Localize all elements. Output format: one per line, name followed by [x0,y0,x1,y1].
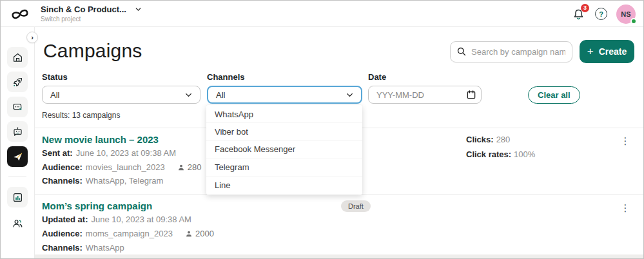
create-button-label: Create [599,46,627,57]
sidebar-item-rocket[interactable] [7,72,28,92]
notification-count-badge: 3 [581,4,589,12]
date-filter-label: Date [368,72,386,82]
row-menu-button[interactable]: ⋮ [618,201,632,215]
contacts-icon [12,217,24,229]
sent-at-label: Sent at: [42,148,73,158]
audience-value: moms_campaign_2023 [86,229,173,238]
page-title: Campaigns [43,40,142,62]
plus-icon: + [587,46,594,57]
campaigns-icon [12,151,24,163]
app-window: Sinch & Co Product... Switch project 3 ?… [0,0,644,259]
kebab-icon: ⋮ [621,202,630,214]
sidebar-item-home[interactable] [7,47,28,68]
updated-at-label: Updated at: [42,215,88,224]
status-badge: Draft [341,200,371,212]
channel-option-telegram[interactable]: Telegram [206,158,362,176]
status-filter-label: Status [42,72,68,82]
audience-label: Audience: [42,229,83,238]
sidebar-item-campaigns[interactable] [7,146,28,167]
sidebar-item-analytics[interactable] [7,187,28,207]
sidebar-expand-button[interactable]: › [26,32,38,43]
sidebar-item-chatbot[interactable] [7,121,28,142]
results-summary: Results: 13 campaigns [42,111,120,120]
kebab-icon: ⋮ [621,135,630,147]
channels-label: Channels: [42,176,83,186]
campaign-title-link[interactable]: Mom’s spring campaign [42,200,152,211]
channel-option-whatsapp[interactable]: WhatsApp [206,106,362,123]
question-mark-glyph: ? [599,10,603,18]
topbar: Sinch & Co Product... Switch project 3 ?… [1,1,643,27]
clear-all-button[interactable]: Clear all [528,86,580,104]
status-select-value: All [50,90,59,100]
audience-value: movies_launch_2023 [86,162,165,172]
updated-at-value: June 10, 2023 at 09:38 AM [92,215,191,224]
project-name: Sinch & Co Product... [41,5,126,14]
sidebar: › [1,27,35,258]
clicks-label: Clicks: [466,135,494,144]
channels-select-value: All [216,90,225,100]
campaign-search [450,41,572,62]
channel-option-facebook-messenger[interactable]: Facebook Messenger [206,141,362,158]
search-input[interactable] [450,41,572,62]
click-rates-label: Click rates: [466,149,511,159]
notifications-button[interactable]: 3 [572,7,586,21]
create-button[interactable]: + Create [580,40,634,63]
avatar-initials: NS [621,10,630,18]
help-button[interactable]: ? [595,8,607,20]
channels-label: Channels: [42,243,83,253]
home-icon [12,52,24,64]
conversations-icon [12,101,24,113]
channel-option-line[interactable]: Line [206,177,362,194]
switch-project-label: Switch project [41,15,142,23]
clicks-value: 280 [496,135,511,144]
sidebar-divider [8,177,26,177]
sidebar-item-conversations[interactable] [7,97,28,117]
sinch-logo-icon [8,6,32,22]
channels-value: WhatsApp [86,243,124,253]
chevron-down-icon [134,5,142,14]
main-content: Campaigns + Create Status All Channels A… [35,27,643,258]
chatbot-icon [12,126,24,138]
project-switcher[interactable]: Sinch & Co Product... Switch project [41,5,142,23]
person-icon [185,230,193,238]
channels-select[interactable]: All [207,86,362,104]
audience-count: 280 [188,162,202,172]
channels-value: WhatsApp, Telegram [86,176,163,186]
audience-label: Audience: [42,162,83,172]
rocket-icon [12,76,24,88]
online-status-dot [630,18,637,24]
campaign-title-link[interactable]: New movie launch – 2023 [42,134,159,145]
person-icon [177,164,185,171]
expand-chevron-glyph: › [31,34,34,41]
sinch-logo-glyph [9,6,31,22]
clear-all-label: Clear all [538,90,571,100]
next-row-divider [35,254,643,259]
user-avatar[interactable]: NS [616,5,636,24]
channels-dropdown: WhatsApp Viber bot Facebook Messenger Te… [206,105,362,195]
channel-option-viber-bot[interactable]: Viber bot [206,123,362,140]
chevron-down-icon [345,90,355,100]
chevron-down-icon [184,90,193,100]
search-icon [456,46,467,57]
calendar-icon[interactable] [465,89,477,101]
status-select[interactable]: All [42,86,200,104]
date-filter [368,86,482,104]
row-menu-button[interactable]: ⋮ [618,134,632,148]
audience-count: 2000 [195,229,214,238]
click-rates-value: 100% [514,149,535,159]
sidebar-item-contacts[interactable] [7,213,28,233]
sent-at-value: June 10, 2023 at 09:38 AM [76,148,176,158]
channels-filter-label: Channels [207,72,245,82]
date-input[interactable] [368,86,482,104]
analytics-icon [12,191,24,204]
